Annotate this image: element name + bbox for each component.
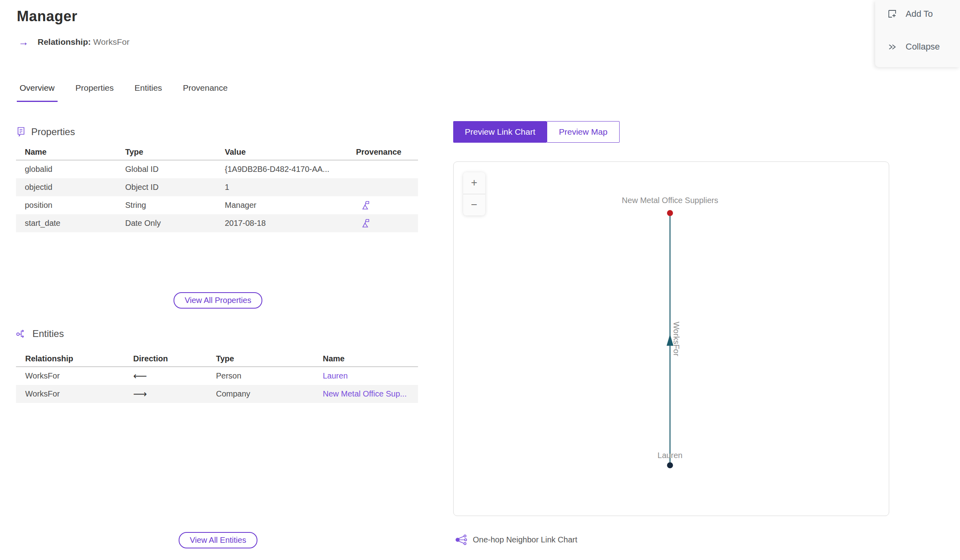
link-chart-canvas[interactable]: WorksFor New Metal Office Suppliers Laur… — [454, 162, 889, 516]
col-header-direction: Direction — [133, 354, 216, 363]
prop-value: 2017-08-18 — [225, 219, 356, 228]
node-label-company: New Metal Office Suppliers — [622, 196, 718, 205]
prop-name: start_date — [25, 219, 125, 228]
direction-arrow-right-icon: ⟶ — [133, 389, 216, 400]
col-header-relationship: Relationship — [25, 354, 133, 363]
one-hop-link-chart-icon — [455, 534, 467, 545]
page-title: Manager — [17, 8, 78, 25]
entities-icon — [16, 329, 27, 339]
link-chart-panel[interactable]: + − WorksFor New Metal Office Suppliers … — [453, 161, 889, 516]
table-row: objectid Object ID 1 — [16, 178, 418, 196]
add-to-icon — [887, 9, 898, 19]
add-to-label: Add To — [906, 9, 933, 19]
chart-footer-label: One-hop Neighbor Link Chart — [473, 535, 577, 544]
actions-flyout: Add To Collapse — [875, 0, 960, 67]
entity-type: Person — [216, 371, 323, 381]
properties-table: Name Type Value Provenance globalid Glob… — [16, 144, 418, 232]
zoom-control: + − — [463, 172, 485, 215]
relationship-label: Relationship:WorksFor — [38, 37, 130, 47]
entity-relationship: WorksFor — [25, 389, 133, 399]
properties-table-header: Name Type Value Provenance — [16, 144, 418, 160]
col-header-type: Type — [125, 147, 225, 157]
col-header-name: Name — [25, 147, 125, 157]
prop-name: globalid — [25, 165, 125, 174]
entities-table: Relationship Direction Type Name WorksFo… — [16, 351, 418, 403]
direction-arrow-left-icon: ⟵ — [133, 371, 216, 382]
table-row: globalid Global ID {1A9DB2B6-D482-4170-A… — [16, 160, 418, 178]
table-row: start_date Date Only 2017-08-18 — [16, 214, 418, 232]
collapse-chevrons-icon — [887, 42, 898, 52]
prop-value: 1 — [225, 183, 356, 192]
company-node[interactable] — [667, 210, 673, 216]
prop-name: position — [25, 201, 125, 210]
prop-type: Global ID — [125, 165, 225, 174]
preview-toggle: Preview Link Chart Preview Map — [453, 121, 620, 143]
chart-footer: One-hop Neighbor Link Chart — [455, 534, 577, 545]
edge-label: WorksFor — [672, 322, 681, 357]
view-all-properties-button[interactable]: View All Properties — [174, 292, 262, 309]
collapse-button[interactable]: Collapse — [887, 42, 940, 52]
prop-type: Date Only — [125, 219, 225, 228]
entity-type: Company — [216, 389, 323, 399]
entities-section-title: Entities — [32, 328, 64, 339]
preview-map-button[interactable]: Preview Map — [547, 121, 619, 143]
person-node[interactable] — [667, 462, 673, 468]
table-row: WorksFor ⟶ Company New Metal Office Sup.… — [16, 385, 418, 403]
properties-section-heading: Properties — [16, 126, 75, 138]
zoom-out-button[interactable]: − — [463, 194, 485, 216]
collapse-label: Collapse — [906, 42, 940, 52]
zoom-in-button[interactable]: + — [463, 172, 485, 194]
tab-bar: Overview Properties Entities Provenance — [17, 83, 246, 102]
preview-link-chart-button[interactable]: Preview Link Chart — [453, 121, 547, 143]
properties-section-title: Properties — [31, 126, 75, 138]
table-row: position String Manager — [16, 196, 418, 214]
prop-name: objectid — [25, 183, 125, 192]
entity-name-link[interactable]: Lauren — [323, 371, 418, 381]
entities-table-header: Relationship Direction Type Name — [16, 351, 418, 367]
prop-type: Object ID — [125, 183, 225, 192]
col-header-value: Value — [225, 147, 356, 157]
col-header-name: Name — [323, 354, 418, 363]
tab-entities[interactable]: Entities — [132, 83, 165, 102]
tab-properties[interactable]: Properties — [73, 83, 117, 102]
node-label-person: Lauren — [658, 451, 682, 460]
add-to-button[interactable]: Add To — [887, 9, 933, 19]
provenance-flag-icon[interactable] — [362, 218, 371, 228]
relationship-subtitle: → Relationship:WorksFor — [18, 37, 130, 47]
entities-section-heading: Entities — [16, 328, 64, 339]
tab-overview[interactable]: Overview — [17, 83, 58, 102]
table-row: WorksFor ⟵ Person Lauren — [16, 367, 418, 385]
tab-provenance[interactable]: Provenance — [180, 83, 230, 102]
prop-type: String — [125, 201, 225, 210]
relationship-arrow-icon: → — [18, 37, 29, 47]
provenance-flag-icon[interactable] — [362, 200, 371, 210]
prop-value: Manager — [225, 201, 356, 210]
prop-value: {1A9DB2B6-D482-4170-AA... — [225, 165, 356, 174]
view-all-entities-button[interactable]: View All Entities — [179, 532, 258, 548]
col-header-provenance: Provenance — [356, 147, 418, 157]
entity-name-link[interactable]: New Metal Office Sup... — [323, 389, 418, 399]
entity-relationship: WorksFor — [25, 371, 133, 381]
col-header-type: Type — [216, 354, 323, 363]
properties-icon — [16, 127, 26, 137]
